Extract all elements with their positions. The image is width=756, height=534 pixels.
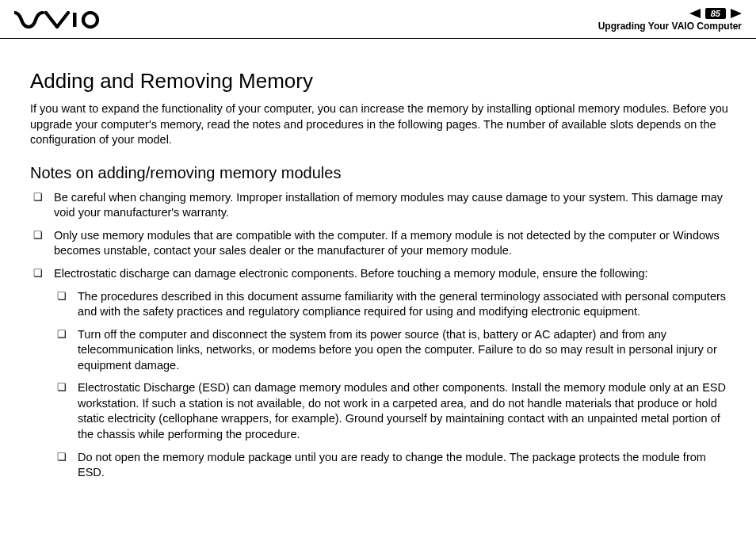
list-item: Do not open the memory module package un… [54, 450, 731, 481]
list-item: Turn off the computer and disconnect the… [54, 327, 731, 374]
list-item-text: Electrostatic discharge can damage elect… [54, 267, 648, 280]
header-right: 85 Upgrading Your VAIO Computer [598, 8, 742, 32]
list-item: Electrostatic Discharge (ESD) can damage… [54, 380, 731, 442]
list-item: Only use memory modules that are compati… [30, 228, 731, 259]
section-title: Upgrading Your VAIO Computer [598, 21, 742, 32]
intro-paragraph: If you want to expand the functionality … [30, 101, 731, 148]
svg-marker-3 [731, 9, 742, 18]
list-item: The procedures described in this documen… [54, 289, 731, 320]
sub-notes-list: The procedures described in this documen… [54, 289, 731, 481]
list-item: Be careful when changing memory. Imprope… [30, 190, 731, 221]
svg-rect-0 [73, 13, 77, 27]
notes-list: Be careful when changing memory. Imprope… [30, 190, 731, 481]
page-nav: 85 [689, 8, 742, 19]
vaio-logo [14, 11, 101, 29]
subtitle: Notes on adding/removing memory modules [30, 164, 731, 182]
list-item: Electrostatic discharge can damage elect… [30, 266, 731, 481]
prev-page-icon[interactable] [689, 9, 701, 18]
next-page-icon[interactable] [731, 9, 742, 18]
page-number: 85 [705, 8, 726, 19]
svg-marker-2 [689, 9, 701, 18]
svg-point-1 [83, 13, 97, 27]
page-title: Adding and Removing Memory [30, 69, 731, 93]
page-content: Adding and Removing Memory If you want t… [0, 39, 756, 481]
page-header: 85 Upgrading Your VAIO Computer [0, 0, 756, 39]
